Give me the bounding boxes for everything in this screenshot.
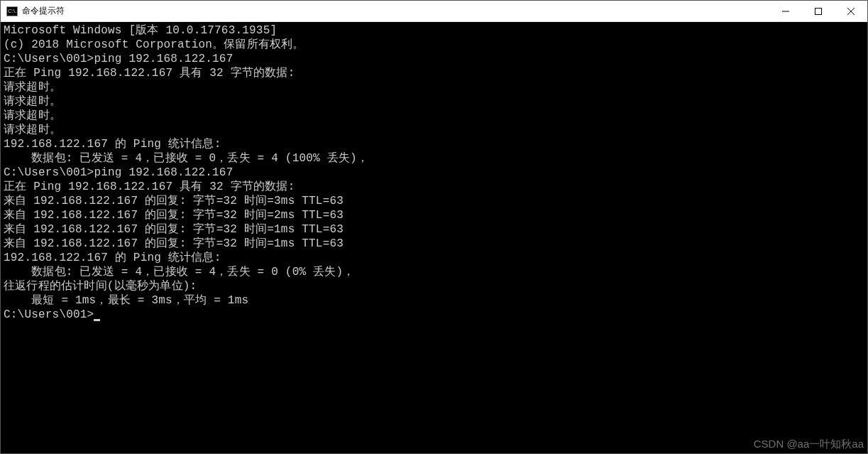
terminal-line: 192.168.122.167 的 Ping 统计信息:	[4, 137, 864, 151]
minimize-icon	[782, 8, 789, 15]
minimize-button[interactable]	[769, 1, 802, 21]
window-controls	[769, 1, 867, 21]
command-prompt-window: C:\. 命令提示符 Microsoft Windows [版本 10.0.17…	[0, 0, 868, 454]
cmd-icon: C:\.	[6, 6, 18, 16]
terminal-line: 请求超时。	[4, 109, 864, 123]
terminal-line: 来自 192.168.122.167 的回复: 字节=32 时间=3ms TTL…	[4, 194, 864, 208]
window-title: 命令提示符	[22, 5, 769, 17]
terminal-line: 请求超时。	[4, 123, 864, 137]
terminal-cursor	[94, 319, 100, 321]
close-button[interactable]	[835, 1, 867, 21]
terminal-line: 请求超时。	[4, 80, 864, 94]
svg-rect-1	[815, 8, 822, 14]
terminal-line: 正在 Ping 192.168.122.167 具有 32 字节的数据:	[4, 180, 864, 194]
terminal-line: 来自 192.168.122.167 的回复: 字节=32 时间=1ms TTL…	[4, 222, 864, 237]
terminal-line: Microsoft Windows [版本 10.0.17763.1935]	[4, 23, 864, 38]
terminal-line: 往返行程的估计时间(以毫秒为单位):	[4, 279, 864, 293]
terminal-line: C:\Users\001>ping 192.168.122.167	[4, 52, 864, 66]
terminal-line: 请求超时。	[4, 94, 864, 109]
terminal-line: 正在 Ping 192.168.122.167 具有 32 字节的数据:	[4, 66, 864, 80]
terminal-line: 来自 192.168.122.167 的回复: 字节=32 时间=1ms TTL…	[4, 237, 864, 251]
terminal-line: C:\Users\001>	[4, 308, 864, 322]
terminal-line: 192.168.122.167 的 Ping 统计信息:	[4, 251, 864, 265]
terminal-line: 来自 192.168.122.167 的回复: 字节=32 时间=2ms TTL…	[4, 208, 864, 222]
maximize-icon	[815, 8, 822, 15]
maximize-button[interactable]	[802, 1, 835, 21]
terminal-output[interactable]: Microsoft Windows [版本 10.0.17763.1935](c…	[1, 22, 867, 453]
terminal-line: C:\Users\001>ping 192.168.122.167	[4, 166, 864, 180]
app-icon: C:\.	[6, 6, 18, 17]
terminal-line: 最短 = 1ms，最长 = 3ms，平均 = 1ms	[4, 293, 864, 308]
close-icon	[847, 8, 855, 15]
terminal-line: 数据包: 已发送 = 4，已接收 = 4，丢失 = 0 (0% 丢失)，	[4, 265, 864, 279]
titlebar[interactable]: C:\. 命令提示符	[1, 1, 867, 22]
terminal-line: (c) 2018 Microsoft Corporation。保留所有权利。	[4, 38, 864, 52]
terminal-line: 数据包: 已发送 = 4，已接收 = 0，丢失 = 4 (100% 丢失)，	[4, 151, 864, 166]
